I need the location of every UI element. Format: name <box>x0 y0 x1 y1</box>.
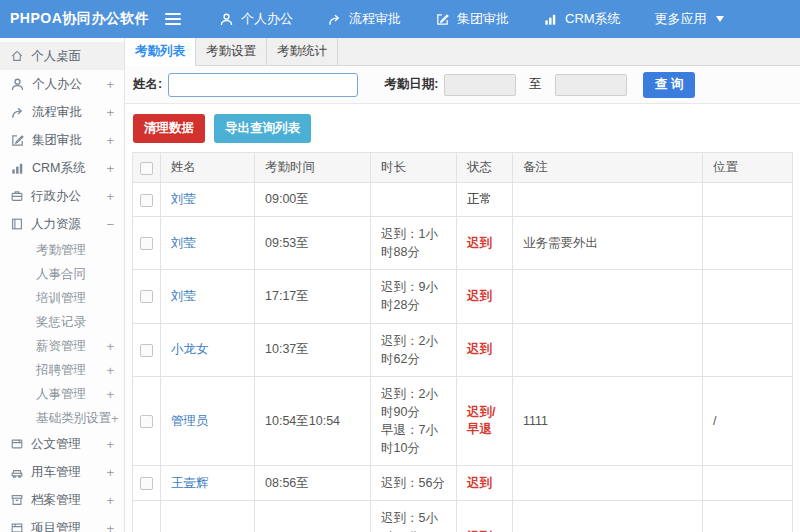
query-button[interactable]: 查 询 <box>643 72 695 98</box>
sidebar-subitem-6-2[interactable]: 培训管理 <box>0 286 124 310</box>
duration-cell: 迟到：9小时28分 <box>371 270 457 323</box>
expand-icon[interactable]: + <box>106 340 114 353</box>
date-to-input[interactable] <box>555 74 627 96</box>
tabbar: 考勤列表考勤设置考勤统计 <box>125 38 800 66</box>
name-filter-input[interactable] <box>168 73 358 97</box>
edit-icon <box>435 12 450 27</box>
expand-icon[interactable]: + <box>106 106 114 119</box>
user-icon <box>10 77 25 92</box>
duration-cell: 迟到：56分 <box>371 466 457 501</box>
row-checkbox[interactable] <box>140 290 153 303</box>
doc-icon <box>10 437 24 451</box>
expand-icon[interactable]: + <box>106 438 114 451</box>
sidebar-item-6[interactable]: 人力资源− <box>0 210 124 238</box>
sidebar-item-2[interactable]: 流程审批+ <box>0 98 124 126</box>
row-checkbox[interactable] <box>140 237 153 250</box>
employee-link[interactable]: 刘莹 <box>171 236 196 250</box>
select-all-checkbox[interactable] <box>140 162 153 175</box>
employee-link[interactable]: 刘莹 <box>171 192 196 206</box>
menu-icon[interactable] <box>158 13 188 25</box>
status-badge: 迟到 <box>457 323 513 376</box>
expand-icon[interactable]: − <box>106 218 114 231</box>
tab-1[interactable]: 考勤设置 <box>196 38 267 65</box>
expand-icon[interactable]: + <box>106 190 114 203</box>
sidebar-item-4[interactable]: CRM系统+ <box>0 154 124 182</box>
sidebar-item-label: 用车管理 <box>31 464 81 481</box>
time-cell: 13:20至13:20 <box>255 501 371 532</box>
topnav-item-0[interactable]: 个人办公 <box>202 0 310 38</box>
note-cell <box>513 501 703 532</box>
chart-icon <box>10 161 25 176</box>
sidebar-subitem-6-1[interactable]: 人事合同 <box>0 262 124 286</box>
clean-data-button[interactable]: 清理数据 <box>133 114 205 143</box>
sidebar-item-1[interactable]: 个人办公+ <box>0 70 124 98</box>
expand-icon[interactable]: + <box>106 494 114 507</box>
time-cell: 10:37至 <box>255 323 371 376</box>
tab-label: 考勤列表 <box>135 44 185 58</box>
topnav-item-3[interactable]: CRM系统 <box>526 0 638 38</box>
duration-cell: 迟到：2小时62分 <box>371 323 457 376</box>
expand-icon[interactable]: + <box>111 412 119 425</box>
expand-icon[interactable]: + <box>106 388 114 401</box>
time-cell: 10:54至10:54 <box>255 376 371 466</box>
row-checkbox[interactable] <box>140 415 153 428</box>
sidebar-subitem-6-4[interactable]: 薪资管理+ <box>0 334 124 358</box>
sidebar-subitem-6-7[interactable]: 基础类别设置+ <box>0 406 124 430</box>
expand-icon[interactable]: + <box>106 78 114 91</box>
table-body: 刘莹09:00至正常刘莹09:53至迟到：1小时88分迟到业务需要外出刘莹17:… <box>133 183 793 532</box>
filterbar: 姓名: 考勤日期: 至 查 询 <box>125 66 800 104</box>
sidebar-subitem-label: 考勤管理 <box>36 242 86 259</box>
employee-link[interactable]: 刘莹 <box>171 289 196 303</box>
sidebar-subitem-label: 人事合同 <box>36 266 86 283</box>
export-list-button[interactable]: 导出查询列表 <box>214 114 311 143</box>
expand-icon[interactable]: + <box>106 134 114 147</box>
share-icon <box>327 12 342 27</box>
sidebar-item-3[interactable]: 集团审批+ <box>0 126 124 154</box>
row-checkbox[interactable] <box>140 344 153 357</box>
expand-icon[interactable]: + <box>106 522 114 532</box>
sidebar-item-label: 个人桌面 <box>31 48 81 65</box>
expand-icon[interactable]: + <box>106 364 114 377</box>
location-cell <box>703 466 793 501</box>
status-badge: 迟到 <box>457 270 513 323</box>
note-cell <box>513 183 703 217</box>
tab-2[interactable]: 考勤统计 <box>267 38 338 65</box>
sidebar-item-8[interactable]: 用车管理+ <box>0 458 124 486</box>
table-row: 管理员10:54至10:54迟到：2小时90分早退：7小时10分迟到/早退111… <box>133 376 793 466</box>
main-content: 考勤列表考勤设置考勤统计 姓名: 考勤日期: 至 查 询 清理数据 导出查询列表… <box>125 38 800 532</box>
sidebar-subitem-label: 薪资管理 <box>36 338 86 355</box>
sidebar-subitem-6-0[interactable]: 考勤管理 <box>0 238 124 262</box>
sidebar-item-label: 个人办公 <box>32 76 82 93</box>
sidebar-subitem-label: 奖惩记录 <box>36 314 86 331</box>
sidebar-item-label: 公文管理 <box>31 436 81 453</box>
sidebar-item-7[interactable]: 公文管理+ <box>0 430 124 458</box>
sidebar-item-10[interactable]: 项目管理+ <box>0 514 124 532</box>
duration-cell: 迟到：5小时33分早退：4小时67分 <box>371 501 457 532</box>
sidebar-item-0[interactable]: 个人桌面 <box>0 42 124 70</box>
tab-0[interactable]: 考勤列表 <box>125 38 196 66</box>
employee-link[interactable]: 王壹辉 <box>171 476 209 490</box>
date-from-input[interactable] <box>444 74 516 96</box>
topnav-item-4[interactable]: 更多应用 <box>638 0 741 38</box>
sidebar-item-label: 项目管理 <box>31 520 81 532</box>
sidebar-subitem-label: 基础类别设置 <box>36 410 111 427</box>
row-checkbox[interactable] <box>140 477 153 490</box>
expand-icon[interactable]: + <box>106 466 114 479</box>
chart-icon <box>543 12 558 27</box>
sidebar-subitem-6-3[interactable]: 奖惩记录 <box>0 310 124 334</box>
employee-link[interactable]: 管理员 <box>171 414 209 428</box>
column-header: 备注 <box>513 153 703 183</box>
topnav-item-1[interactable]: 流程审批 <box>310 0 418 38</box>
sidebar-item-9[interactable]: 档案管理+ <box>0 486 124 514</box>
sidebar-subitem-6-5[interactable]: 招聘管理+ <box>0 358 124 382</box>
actionbar: 清理数据 导出查询列表 <box>125 104 800 152</box>
note-cell <box>513 323 703 376</box>
row-checkbox[interactable] <box>140 194 153 207</box>
employee-link[interactable]: 小龙女 <box>171 342 209 356</box>
sidebar-item-5[interactable]: 行政办公+ <box>0 182 124 210</box>
time-cell: 09:00至 <box>255 183 371 217</box>
topnav-item-label: CRM系统 <box>565 10 621 28</box>
expand-icon[interactable]: + <box>106 162 114 175</box>
sidebar-subitem-6-6[interactable]: 人事管理+ <box>0 382 124 406</box>
topnav-item-2[interactable]: 集团审批 <box>418 0 526 38</box>
